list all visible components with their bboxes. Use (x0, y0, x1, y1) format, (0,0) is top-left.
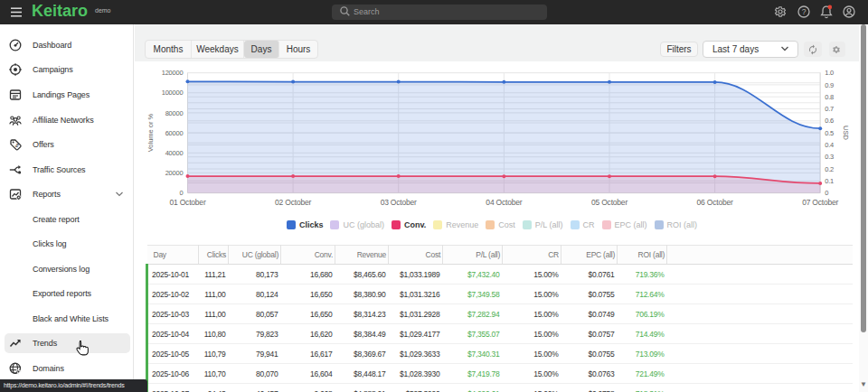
svg-text:120000: 120000 (162, 69, 184, 77)
svg-text:100000: 100000 (162, 89, 184, 97)
svg-text:07 October: 07 October (802, 198, 838, 207)
svg-text:40000: 40000 (165, 149, 184, 157)
svg-text:0.7: 0.7 (825, 105, 834, 113)
svg-text:06 October: 06 October (697, 198, 733, 207)
svg-text:Volume or %: Volume or % (146, 113, 155, 152)
svg-text:04 October: 04 October (486, 198, 522, 207)
svg-text:05 October: 05 October (591, 198, 627, 207)
svg-text:0.3: 0.3 (825, 153, 834, 161)
svg-text:0.5: 0.5 (825, 129, 834, 137)
svg-text:0.2: 0.2 (825, 165, 834, 173)
svg-text:0.6: 0.6 (825, 117, 834, 125)
svg-text:0.8: 0.8 (825, 93, 834, 101)
svg-text:20000: 20000 (165, 169, 184, 177)
svg-text:60000: 60000 (165, 129, 184, 137)
svg-text:0.1: 0.1 (825, 177, 834, 185)
svg-text:0.4: 0.4 (825, 141, 834, 149)
svg-text:0: 0 (180, 189, 184, 197)
svg-text:80000: 80000 (165, 109, 184, 117)
svg-text:02 October: 02 October (275, 198, 311, 207)
svg-text:USD: USD (842, 126, 850, 140)
svg-text:1.0: 1.0 (825, 69, 834, 77)
svg-text:03 October: 03 October (381, 198, 417, 207)
svg-text:0.9: 0.9 (825, 81, 834, 89)
svg-text:01 October: 01 October (169, 198, 205, 207)
svg-text:0: 0 (825, 189, 828, 197)
svg-text:?: ? (802, 7, 807, 16)
